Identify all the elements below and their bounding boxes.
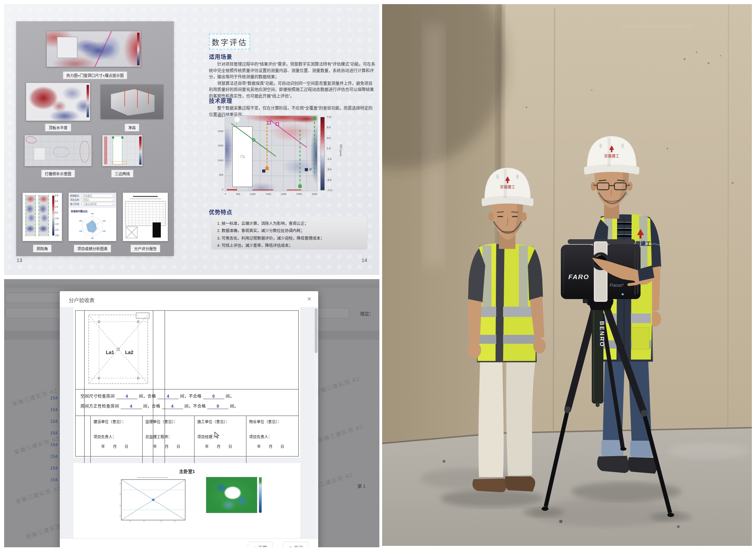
mini-form-label: 施工阶段: xyxy=(70,202,82,206)
radar-chart xyxy=(77,212,108,240)
modal-footer: ↓ 下载 × 关闭 xyxy=(60,538,318,547)
diagram-label-la2: La2 xyxy=(125,350,133,355)
opinion-table: 验收意见 建设单位（意见）： 项目负责人： 年 月 日 监理单位（意见）： 总监… xyxy=(76,416,298,456)
heatmap-overview-image xyxy=(46,31,141,67)
page-title: 数字评估 xyxy=(209,34,250,50)
room1-heatmap-figure xyxy=(206,477,257,513)
scanner-model-text: Focus³ xyxy=(610,283,623,288)
scanner-left-body xyxy=(561,245,595,299)
diagram-label-la1: La1 xyxy=(106,350,114,355)
scenario-text: 针对项目管理过程中的“结果评价”需求，领慧数字实测算法特有“评估模式”功能。可在… xyxy=(209,61,375,100)
room1-heading: 主卧室1 xyxy=(74,463,300,474)
advantage-item: 4. 可线上评估，减少差率，降低评估成本； xyxy=(217,242,362,249)
screenshot-stage: 热力图+门窗洞口尺寸+爆点提示图 顶板水平度 净高 打磨修补示意图 三边两线 xyxy=(0,0,756,550)
advantage-item: 1. 统一标准，云端计算，消除人为影响，客观公正； xyxy=(217,220,362,227)
caption-ceiling: 顶板水平度 xyxy=(45,124,71,131)
app-screenshot: 楼层： 154 154 154 154 154 154 154 154 第 1 … xyxy=(4,279,379,547)
shoe xyxy=(628,457,658,474)
caption-threelines: 三边两线 xyxy=(111,170,133,177)
corner-colorbar-labels: 3.5↑2.5 1.50.5 -0.5-1.5 -2.5-3.5↓ xyxy=(55,195,62,237)
principle-heatmap-figure: 25002000 15001000 5000 门1 xyxy=(213,113,344,200)
modal-title: 分户验收表 xyxy=(69,296,94,304)
page-number-right: 14 xyxy=(362,257,367,263)
shoe xyxy=(597,456,630,473)
reflective-stripe xyxy=(519,245,528,307)
caption-heatmap: 热力图+门窗洞口尺寸+爆点提示图 xyxy=(63,72,127,79)
wall-seam xyxy=(728,4,729,427)
room1-heatmap-colorbar xyxy=(259,477,262,513)
brochure-page: 热力图+门窗洞口尺寸+爆点提示图 顶板水平度 净高 打磨修补示意图 三边两线 xyxy=(4,4,379,275)
scenario-paragraph-2: 领慧算法还自带“数据保真”功能，可自动识别同一空间是否重复测量并上传，避免项目利… xyxy=(209,80,375,100)
modal-body: 室内空间尺寸测量示意图 xyxy=(60,307,318,547)
figure-colorbar xyxy=(320,117,325,190)
figure-colorbar-labels: 7.0↑5.0 3.01.0 -1.0-3.0 -5.0-7.0↓ xyxy=(327,116,333,192)
caption-report: 分户评分报告 xyxy=(131,245,160,252)
corner-angle-image: 3.5↑2.5 1.50.5 -0.5-1.5 -2.5-3.5↓ xyxy=(22,192,62,241)
caption-height: 净高 xyxy=(125,124,139,131)
advantages-list: 1. 统一标准，云端计算，消除人为影响，客观公正； 2. 数据准确，客观真实，减… xyxy=(212,217,367,249)
figure-y-axis: 25002000 15001000 5000 xyxy=(213,115,223,191)
vest-pocket xyxy=(632,327,649,349)
scenario-paragraph-1: 针对项目管理过程中的“结果评价”需求，领慧数字实测算法特有“评估模式”功能。可在… xyxy=(209,61,375,80)
hand xyxy=(533,338,546,353)
close-button[interactable]: × 关闭 xyxy=(283,542,309,547)
three-edges-image xyxy=(102,135,143,166)
chevron-down-icon: ▾ xyxy=(112,195,113,197)
score-report-image xyxy=(123,192,168,241)
scrollbar-thumb[interactable] xyxy=(315,308,318,353)
heading-scenario: 适用场景 xyxy=(209,52,232,60)
heading-principle: 技术原理 xyxy=(209,96,232,104)
caption-corner: 阴阳角 xyxy=(33,245,52,252)
mini-form-select: 评估模式▾ xyxy=(82,194,115,197)
polish-repair-image xyxy=(24,135,92,166)
modal-scrollbar[interactable] xyxy=(315,308,318,542)
chevron-down-icon: ▾ xyxy=(112,203,113,205)
jean-cuff xyxy=(630,441,653,457)
modal-header: 分户验收表 × xyxy=(60,291,318,307)
chevron-down-icon: ▾ xyxy=(112,199,113,201)
caption-polish: 打磨修补示意图 xyxy=(42,170,75,177)
download-button[interactable]: ↓ 下载 xyxy=(248,542,273,547)
page-number-left: 13 xyxy=(16,257,22,263)
room-results-sheet: 主卧室1 xyxy=(74,463,300,547)
close-x-icon: × xyxy=(289,545,292,548)
figure-annotation-lines xyxy=(225,116,317,191)
acceptance-modal: 分户验收表 × 室内空间尺寸测量示意图 xyxy=(60,291,318,547)
download-icon: ↓ xyxy=(254,545,256,548)
figure-x-axis: 0500 10001500 20002500 3000 xyxy=(225,192,318,196)
acceptance-form-sheet: 室内空间尺寸测量示意图 xyxy=(74,307,300,458)
room-dimension-diagram: La1 La2 xyxy=(85,311,153,388)
gallery-panel: 热力图+门窗洞口尺寸+爆点提示图 顶板水平度 净高 打磨修补示意图 三边两线 xyxy=(16,21,174,256)
site-photo-illustration: 安徽建工 xyxy=(382,4,752,546)
clear-height-3d-image xyxy=(101,85,163,119)
advantage-item: 3. 可常态化，利用过程数据评价，减少迎检，降低管理成本； xyxy=(217,235,362,242)
helmet-text: 安徽建工 xyxy=(604,154,619,158)
site-photo: 安徽建工 xyxy=(382,4,752,546)
caption-chart: 项目成绩分析图表 xyxy=(74,245,111,252)
room1-dimension-figure xyxy=(116,477,190,524)
mini-form-label: 数据模式: xyxy=(70,194,82,197)
mini-form-label: 项目名称: xyxy=(70,198,82,201)
measure-line xyxy=(124,87,125,106)
ceiling-levelness-image xyxy=(26,82,90,121)
measure-line xyxy=(137,87,138,108)
close-icon[interactable]: × xyxy=(307,295,311,303)
shoe xyxy=(472,478,506,492)
figure-colorbar-unit: 凹凸 (mm) xyxy=(339,144,343,156)
mini-form-select: 项目G▾ xyxy=(82,198,115,201)
figure-plot-area: 门1 xyxy=(225,116,318,191)
hand xyxy=(467,342,481,358)
scanner-brand-text: FARO xyxy=(568,273,589,280)
tripod-brand-text: BENRO xyxy=(599,321,605,347)
helmet-text: 安徽建工 xyxy=(500,185,515,189)
heading-advantages: 优势特点 xyxy=(209,208,232,216)
mini-form-select: 土建主体阶段▾ xyxy=(82,202,115,206)
measure-line xyxy=(148,88,149,104)
scanner-led xyxy=(622,293,624,295)
mouse-cursor xyxy=(214,432,219,439)
room-3d-shape xyxy=(107,88,157,116)
shoe xyxy=(505,476,535,492)
advantage-item: 2. 数据准确，客观真实，减少分数拉扯协调内耗； xyxy=(217,227,362,234)
score-analysis-ui-image: 数据模式: 评估模式▾ 项目名称: 项目G▾ 施工阶段: 土建主体阶段▾ 各指标… xyxy=(68,192,116,241)
